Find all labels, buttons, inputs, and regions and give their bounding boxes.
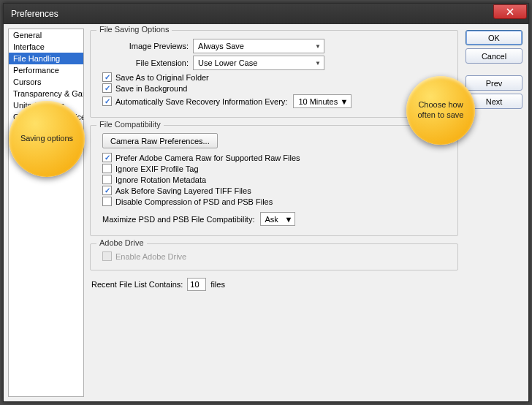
ask-tiff-label: Ask Before Saving Layered TIFF Files — [115, 186, 251, 195]
save-in-background-label: Save in Background — [115, 84, 187, 93]
group-title: Adobe Drive — [96, 238, 147, 247]
auto-save-interval-value: 10 Minutes — [298, 97, 338, 106]
sidebar-item-interface[interactable]: Interface — [9, 41, 83, 53]
auto-save-interval-select[interactable]: 10 Minutes ▼ — [293, 94, 352, 108]
file-compatibility-group: File Compatibility Camera Raw Preference… — [90, 125, 458, 236]
cancel-button[interactable]: Cancel — [466, 48, 522, 64]
prefer-raw-label: Prefer Adobe Camera Raw for Supported Ra… — [115, 154, 300, 162]
sidebar-item-performance[interactable]: Performance — [9, 64, 83, 76]
ask-tiff-checkbox[interactable] — [102, 186, 112, 195]
prefer-raw-checkbox[interactable] — [102, 153, 112, 162]
sidebar-item-general[interactable]: General — [9, 29, 83, 41]
close-button[interactable] — [493, 4, 527, 19]
ignore-exif-label: Ignore EXIF Profile Tag — [115, 164, 199, 173]
adobe-drive-group: Adobe Drive Enable Adobe Drive — [90, 243, 458, 270]
prev-button[interactable]: Prev — [466, 75, 522, 91]
image-previews-label: Image Previews: — [98, 42, 193, 50]
close-icon — [506, 8, 514, 15]
chevron-down-icon: ▼ — [285, 215, 293, 224]
category-list: General Interface File Handling Performa… — [8, 29, 84, 397]
enable-adobe-drive-label: Enable Adobe Drive — [115, 252, 186, 261]
group-title: File Compatibility — [96, 120, 164, 129]
save-in-background-checkbox[interactable] — [102, 83, 112, 93]
sidebar-item-file-handling[interactable]: File Handling — [9, 53, 83, 64]
file-extension-select[interactable]: Use Lower Case ▼ — [193, 56, 324, 70]
sidebar-item-transparency[interactable]: Transparency & Gamut — [9, 88, 83, 99]
ignore-rotation-label: Ignore Rotation Metadata — [115, 175, 206, 184]
image-previews-select[interactable]: Always Save ▼ — [193, 39, 324, 53]
recent-files-label: Recent File List Contains: — [91, 280, 183, 289]
maximize-compat-select[interactable]: Ask ▼ — [260, 212, 295, 226]
group-title: File Saving Options — [96, 25, 172, 34]
dialog-buttons: OK Cancel Prev Next — [466, 30, 522, 109]
disable-compression-label: Disable Compression of PSD and PSB Files — [115, 197, 273, 206]
auto-save-checkbox[interactable] — [102, 96, 112, 106]
annotation-saving-options: Saving options — [9, 101, 85, 177]
titlebar: Preferences — [4, 4, 528, 24]
recent-files-input[interactable] — [187, 278, 206, 291]
ignore-rotation-checkbox[interactable] — [102, 175, 112, 184]
chevron-down-icon: ▼ — [315, 43, 321, 50]
maximize-compat-value: Ask — [265, 215, 278, 224]
window-title: Preferences — [11, 9, 58, 19]
chevron-down-icon: ▼ — [340, 97, 348, 106]
ignore-exif-checkbox[interactable] — [102, 164, 112, 173]
image-previews-value: Always Save — [198, 42, 244, 50]
file-saving-group: File Saving Options Image Previews: Alwa… — [90, 30, 458, 118]
enable-adobe-drive-checkbox — [102, 251, 112, 261]
disable-compression-checkbox[interactable] — [102, 197, 112, 206]
save-as-original-label: Save As to Original Folder — [115, 73, 209, 82]
chevron-down-icon: ▼ — [315, 60, 321, 67]
annotation-save-interval: Choose how often to save — [406, 76, 475, 145]
file-extension-value: Use Lower Case — [198, 58, 257, 67]
camera-raw-preferences-button[interactable]: Camera Raw Preferences... — [102, 133, 218, 148]
recent-files-suffix: files — [210, 280, 225, 289]
save-as-original-checkbox[interactable] — [102, 72, 112, 82]
preferences-dialog: Preferences General Interface File Handl… — [3, 3, 529, 402]
file-extension-label: File Extension: — [98, 58, 193, 67]
maximize-compat-label: Maximize PSD and PSB File Compatibility: — [102, 215, 254, 224]
ok-button[interactable]: OK — [466, 30, 522, 45]
sidebar-item-cursors[interactable]: Cursors — [9, 76, 83, 88]
auto-save-label: Automatically Save Recovery Information … — [115, 97, 287, 106]
